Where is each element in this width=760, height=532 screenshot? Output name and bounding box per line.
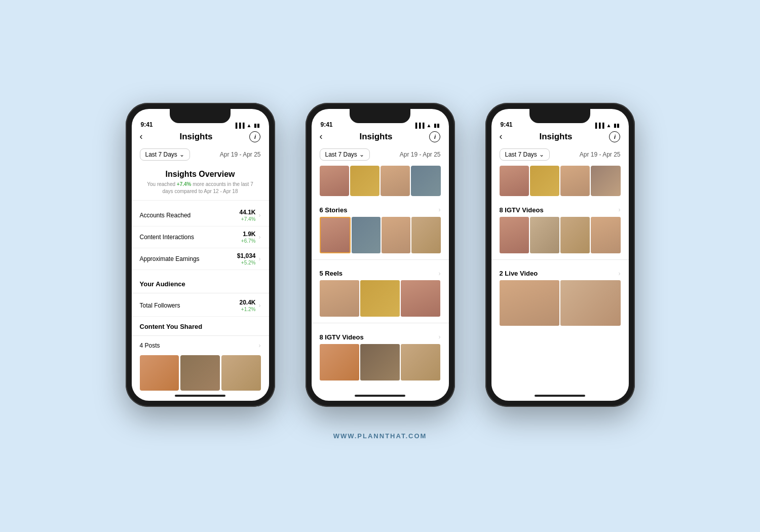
reels-header: 5 Reels › [312, 268, 449, 280]
filter-label-1: Last 7 Days [145, 151, 177, 158]
phone-2: 9:41 ▐▐▐ ▲ ▮▮ ‹ Insights i Last 7 Days A… [306, 103, 455, 407]
igtv-thumb-1 [320, 344, 359, 381]
live-grid [491, 280, 629, 326]
info-button-2[interactable]: i [429, 131, 440, 142]
signal-icon-3: ▐▐▐ [593, 123, 604, 128]
status-icons-3: ▐▐▐ ▲ ▮▮ [593, 123, 619, 128]
top-thumb-3-2 [530, 166, 559, 196]
live-thumb-2 [560, 280, 621, 326]
reels-section: 5 Reels › [312, 263, 449, 319]
metric-label-earnings: Approximate Earnings [140, 255, 200, 262]
story-thumb-4 [411, 217, 440, 253]
nav-bar-3: ‹ Insights i [491, 131, 629, 146]
top-thumb-1 [320, 166, 349, 196]
nav-bar-1: ‹ Insights i [132, 131, 269, 146]
metric-row-earnings: Approximate Earnings $1,034 +5.2% › [132, 248, 269, 270]
phone-1: 9:41 ▐▐▐ ▲ ▮▮ ‹ Insights i Last 7 Days A… [126, 103, 275, 407]
stories-section: 6 Stories › [312, 200, 449, 255]
post-thumb-1 [140, 355, 179, 391]
nav-title-2: Insights [359, 132, 392, 142]
igtv-header-3: 8 IGTV Videos › [491, 204, 629, 217]
metric-value-earnings: $1,034 +5.2% [237, 252, 256, 265]
wifi-icon-3: ▲ [606, 123, 612, 128]
metric-label-interactions: Content Interactions [140, 234, 194, 241]
top-thumb-4 [411, 166, 440, 196]
back-button-3[interactable]: ‹ [500, 131, 503, 142]
signal-icon: ▐▐▐ [234, 123, 244, 128]
igtv-grid [312, 344, 449, 381]
live-thumb-1 [500, 280, 560, 326]
back-button-1[interactable]: ‹ [140, 131, 143, 142]
filter-button-3[interactable]: Last 7 Days [500, 148, 550, 161]
back-button-2[interactable]: ‹ [320, 131, 323, 142]
home-bar-2 [355, 395, 405, 397]
notch-2 [350, 109, 410, 123]
igtv-header: 8 IGTV Videos › [312, 331, 449, 344]
posts-row[interactable]: 4 Posts › [132, 338, 269, 353]
live-header: 2 Live Video › [491, 268, 629, 280]
info-button-3[interactable]: i [609, 131, 620, 142]
igtv3-thumb-4 [591, 217, 620, 253]
igtv-arrow: › [439, 333, 441, 340]
igtv3-thumb-1 [500, 217, 529, 253]
filter-button-2[interactable]: Last 7 Days [320, 148, 370, 161]
top-thumb-3-1 [500, 166, 529, 196]
battery-icon-3: ▮▮ [614, 123, 620, 128]
metrics-section: Accounts Reached 44.1K +7.4% › Content I… [132, 201, 269, 274]
reels-title: 5 Reels [320, 270, 343, 277]
overview-title: Insights Overview [140, 170, 261, 179]
content-heading: Content You Shared [132, 317, 269, 333]
phone-3-screen: 9:41 ▐▐▐ ▲ ▮▮ ‹ Insights i Last 7 Days A… [491, 109, 629, 401]
live-arrow: › [619, 270, 621, 277]
status-icons-1: ▐▐▐ ▲ ▮▮ [234, 123, 259, 128]
top-thumb-2 [350, 166, 379, 196]
wifi-icon-2: ▲ [427, 123, 432, 128]
live-section: 2 Live Video › [491, 263, 629, 328]
phone-1-content: Insights Overview You reached +7.4% more… [132, 166, 269, 391]
chevron-right-icon: › [259, 212, 261, 219]
chevron-right-icon-5: › [259, 342, 261, 349]
reel-thumb-3 [401, 280, 440, 317]
footer-url: WWW.PLANNTHAT.COM [333, 432, 427, 440]
audience-heading: Your Audience [132, 274, 269, 291]
overview-subtitle: You reached +7.4% more accounts in the l… [140, 181, 261, 195]
metric-row-accounts: Accounts Reached 44.1K +7.4% › [132, 205, 269, 226]
chevron-right-icon-4: › [259, 302, 261, 309]
info-button-1[interactable]: i [249, 131, 260, 142]
igtv-arrow-3: › [619, 206, 621, 213]
nav-title-3: Insights [539, 132, 572, 142]
notch-1 [170, 109, 231, 123]
reels-arrow: › [439, 270, 441, 277]
igtv-thumb-3 [401, 344, 440, 381]
reel-thumb-2 [360, 280, 400, 317]
phones-container: 9:41 ▐▐▐ ▲ ▮▮ ‹ Insights i Last 7 Days A… [126, 103, 635, 407]
story-thumb-1 [320, 217, 351, 253]
wifi-icon: ▲ [247, 123, 252, 128]
filter-label-2: Last 7 Days [325, 151, 357, 158]
stories-header: 6 Stories › [312, 204, 449, 217]
metric-row-followers: Total Followers 20.4K +1.2% › [132, 295, 269, 317]
metric-label-accounts: Accounts Reached [140, 212, 191, 219]
chevron-right-icon-3: › [259, 255, 261, 262]
stories-title: 6 Stories [320, 206, 348, 214]
insights-overview: Insights Overview You reached +7.4% more… [132, 166, 269, 201]
phone-1-screen: 9:41 ▐▐▐ ▲ ▮▮ ‹ Insights i Last 7 Days A… [132, 109, 269, 401]
top-strip [312, 166, 449, 200]
home-indicator-3 [491, 391, 629, 401]
date-range-3: Apr 19 - Apr 25 [580, 151, 621, 158]
metric-value-accounts: 44.1K +7.4% [239, 209, 255, 222]
nav-bar-2: ‹ Insights i [312, 131, 449, 146]
highlight-pct: +7.4% [177, 181, 192, 187]
filter-button-1[interactable]: Last 7 Days [140, 148, 190, 161]
home-indicator-2 [312, 391, 449, 401]
date-range-2: Apr 19 - Apr 25 [400, 151, 441, 158]
filter-bar-1: Last 7 Days Apr 19 - Apr 25 [132, 146, 269, 166]
filter-bar-2: Last 7 Days Apr 19 - Apr 25 [312, 146, 449, 166]
top-thumb-3 [381, 166, 410, 196]
phone-2-screen: 9:41 ▐▐▐ ▲ ▮▮ ‹ Insights i Last 7 Days A… [312, 109, 449, 401]
time-3: 9:41 [501, 121, 513, 128]
metric-row-interactions: Content Interactions 1.9K +6.7% › [132, 226, 269, 248]
igtv-title-3: 8 IGTV Videos [500, 206, 544, 214]
phone-2-content: 6 Stories › 5 Reels › [312, 166, 449, 391]
stories-grid [312, 217, 449, 253]
